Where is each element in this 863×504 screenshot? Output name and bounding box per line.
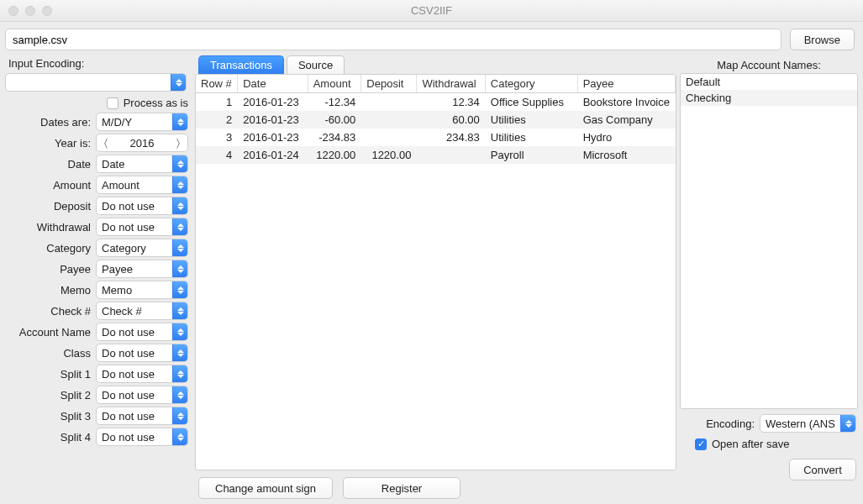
table-row[interactable]: 12016-01-23-12.3412.34Office SuppliesBoo… [196, 93, 676, 112]
process-as-is-checkbox[interactable] [107, 97, 118, 109]
chevrons-icon [172, 344, 187, 361]
close-icon[interactable] [8, 6, 18, 16]
mapping-label: Class [5, 347, 96, 360]
map-accounts-title: Map Account Names: [680, 55, 858, 73]
mapping-select[interactable]: Do not use [96, 365, 188, 383]
col-deposit[interactable]: Deposit [361, 75, 417, 93]
mapping-label: Split 4 [5, 431, 96, 444]
chevrons-icon [840, 415, 855, 432]
zoom-icon[interactable] [42, 6, 52, 16]
mapping-label: Date [5, 158, 96, 171]
cell-deposit [361, 129, 417, 146]
cell-category: Payroll [485, 146, 577, 164]
col-payee[interactable]: Payee [577, 75, 675, 93]
cell-deposit: 1220.00 [361, 146, 417, 164]
chevrons-icon [172, 113, 187, 130]
cell-deposit [361, 93, 417, 112]
mapping-select[interactable]: Do not use [96, 407, 188, 425]
mapping-select[interactable]: Do not use [96, 197, 188, 215]
register-button[interactable]: Register [343, 477, 460, 499]
mapping-select[interactable]: Do not use [96, 386, 188, 404]
mapping-value: Check # [97, 305, 172, 318]
minimize-icon[interactable] [25, 6, 35, 16]
mapping-label: Split 2 [5, 389, 96, 402]
chevrons-icon [172, 365, 187, 382]
col-amount[interactable]: Amount [308, 75, 361, 93]
open-after-save-checkbox[interactable] [695, 438, 707, 450]
mapping-value: Category [97, 242, 172, 255]
cell-payee: Hydro [577, 129, 675, 146]
list-item[interactable]: Default [681, 74, 857, 90]
output-encoding-label: Encoding: [706, 417, 755, 430]
cell-withdrawal [417, 146, 485, 164]
mapping-select[interactable]: Do not use [96, 344, 188, 362]
col-category[interactable]: Category [485, 75, 577, 93]
mapping-label: Deposit [5, 200, 96, 213]
mapping-value: Do not use [97, 431, 172, 444]
mapping-label: Amount [5, 179, 96, 192]
change-amount-sign-button[interactable]: Change amount sign [198, 477, 333, 499]
convert-button[interactable]: Convert [789, 459, 856, 480]
chevrons-icon [172, 239, 187, 256]
file-path-input[interactable] [5, 29, 781, 50]
file-row: Browse [0, 22, 863, 55]
transactions-table: Row # Date Amount Deposit Withdrawal Cat… [196, 75, 676, 164]
list-item[interactable]: Checking [681, 90, 857, 106]
cell-payee: Bookstore Invoice [577, 93, 675, 112]
mapping-label: Split 1 [5, 368, 96, 381]
mapping-select[interactable]: Payee [96, 260, 188, 278]
open-after-save-label: Open after save [712, 438, 790, 450]
account-list[interactable]: DefaultChecking [680, 73, 858, 409]
mapping-select[interactable]: Do not use [96, 428, 188, 446]
mapping-select[interactable]: Date [96, 155, 188, 173]
titlebar: CSV2IIF [0, 0, 863, 22]
chevron-left-icon[interactable]: 〈 [97, 137, 115, 149]
mapping-select[interactable]: Amount [96, 176, 188, 194]
chevrons-icon [172, 155, 187, 172]
year-value: 2016 [115, 137, 169, 150]
dates-are-label: Dates are: [5, 116, 96, 129]
mapping-value: Payee [97, 263, 172, 276]
cell-withdrawal: 60.00 [417, 111, 485, 129]
chevrons-icon [172, 302, 187, 319]
browse-button[interactable]: Browse [790, 29, 855, 50]
cell-payee: Gas Company [577, 111, 675, 129]
col-withdrawal[interactable]: Withdrawal [417, 75, 485, 93]
dates-are-select[interactable]: M/D/Y [96, 113, 188, 131]
tab-source[interactable]: Source [287, 55, 345, 74]
output-encoding-select[interactable]: Western (ANS [760, 414, 856, 433]
chevrons-icon [172, 260, 187, 277]
cell-payee: Microsoft [577, 146, 675, 164]
window-controls [0, 6, 52, 16]
mapping-select[interactable]: Do not use [96, 218, 188, 236]
col-date[interactable]: Date [238, 75, 308, 93]
input-encoding-label: Input Encoding: [5, 55, 192, 73]
year-stepper[interactable]: 〈 2016 〉 [96, 134, 188, 152]
mapping-select[interactable]: Memo [96, 281, 188, 299]
chevrons-icon [172, 428, 187, 445]
mapping-value: Do not use [97, 389, 172, 402]
col-row[interactable]: Row # [196, 75, 238, 93]
mapping-label: Split 3 [5, 410, 96, 423]
input-encoding-select[interactable] [5, 73, 187, 92]
cell-withdrawal: 234.83 [417, 129, 485, 146]
tab-transactions[interactable]: Transactions [198, 55, 284, 74]
cell-withdrawal: 12.34 [417, 93, 485, 112]
cell-category: Utilities [485, 111, 577, 129]
table-row[interactable]: 32016-01-23-234.83234.83UtilitiesHydro [196, 129, 676, 146]
mapping-select[interactable]: Category [96, 239, 188, 257]
cell-row: 1 [196, 93, 238, 112]
cell-category: Office Supplies [485, 93, 577, 112]
chevrons-icon [171, 74, 186, 91]
mapping-select[interactable]: Do not use [96, 323, 188, 341]
mapping-label: Check # [5, 305, 96, 318]
chevron-right-icon[interactable]: 〉 [169, 137, 187, 149]
table-row[interactable]: 22016-01-23-60.0060.00UtilitiesGas Compa… [196, 111, 676, 129]
chevrons-icon [172, 386, 187, 403]
cell-date: 2016-01-23 [238, 111, 308, 129]
mapping-select[interactable]: Check # [96, 302, 188, 320]
table-row[interactable]: 42016-01-241220.001220.00PayrollMicrosof… [196, 146, 676, 164]
bottom-bar: Change amount sign Register [195, 470, 676, 504]
tabs: Transactions Source [195, 55, 676, 74]
cell-amount: -60.00 [308, 111, 361, 129]
